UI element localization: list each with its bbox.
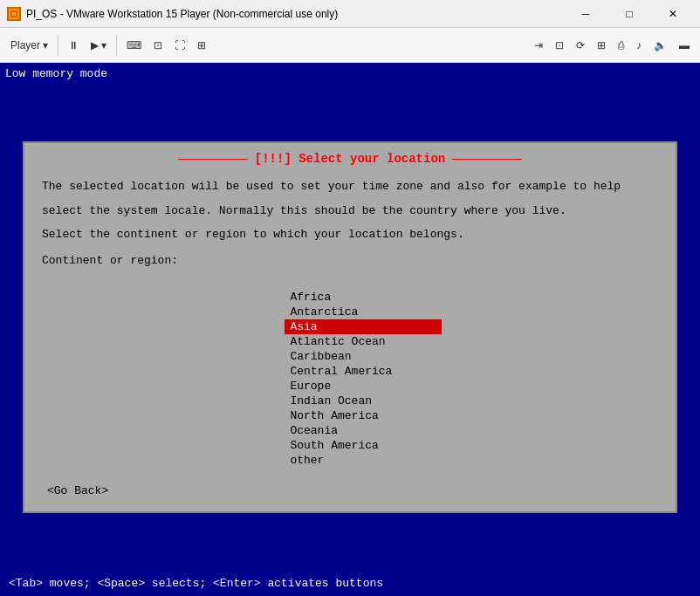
player-menu-button[interactable]: Player ▾ — [5, 32, 53, 58]
list-item[interactable]: Atlantic Ocean — [285, 334, 442, 349]
vm-settings-button[interactable]: ⊡ — [550, 32, 569, 58]
volume-button[interactable]: 🔈 — [649, 32, 672, 58]
snapshot-button[interactable]: ⟳ — [571, 32, 590, 58]
dialog-title-text: [!!!] Select your location — [255, 152, 445, 166]
toolbar-separator-2 — [116, 35, 117, 56]
print-icon: ⎙ — [618, 39, 624, 51]
svg-rect-3 — [12, 12, 16, 16]
play-dropdown-button[interactable]: ▶ ▾ — [86, 32, 112, 58]
chevron-down-icon: ▾ — [43, 39, 48, 51]
toolbar-separator-1 — [58, 35, 58, 56]
view-button[interactable]: ⊡ — [148, 32, 168, 58]
title-line-right — [452, 159, 522, 160]
volume-icon: 🔈 — [654, 39, 667, 51]
dropdown-arrow-icon: ▾ — [101, 39, 106, 51]
unity-icon: ⊞ — [197, 39, 206, 51]
unity-button[interactable]: ⊞ — [192, 32, 211, 58]
autofit-icon: ⊞ — [597, 39, 606, 51]
low-memory-text: Low memory mode — [5, 67, 107, 80]
autofit-button[interactable]: ⊞ — [592, 32, 611, 58]
list-item[interactable]: Oceania — [285, 423, 442, 438]
player-label: Player — [10, 39, 40, 51]
fullscreen-button[interactable]: ⛶ — [169, 32, 190, 58]
settings-icon: ⊡ — [555, 39, 564, 51]
app-icon — [7, 7, 21, 21]
close-button[interactable]: ✕ — [653, 0, 693, 28]
vm-status-bar-top: Low memory mode — [0, 63, 700, 84]
list-item-selected[interactable]: Asia — [285, 319, 442, 334]
audio-icon: ♪ — [636, 39, 642, 51]
description-line-2: select the system locale. Normally this … — [42, 202, 658, 220]
window-controls: ─ □ ✕ — [566, 0, 693, 28]
play-icon: ▶ — [91, 39, 99, 51]
list-item[interactable]: North America — [285, 408, 442, 423]
list-item[interactable]: Caribbean — [285, 349, 442, 364]
window-title: PI_OS - VMware Workstation 15 Player (No… — [26, 8, 566, 20]
usb-icon: ▬ — [679, 39, 690, 51]
send-ctrlaltdel-button[interactable]: ⌨ — [121, 32, 147, 58]
vm-display-area[interactable]: [!!!] Select your location The selected … — [0, 84, 700, 571]
pause-button[interactable]: ⏸ — [63, 32, 84, 58]
list-item[interactable]: South America — [285, 438, 442, 453]
continent-list: Africa Antarctica Asia Atlantic Ocean Ca… — [285, 290, 676, 468]
pause-icon: ⏸ — [68, 39, 79, 51]
network-icon: ⇥ — [534, 39, 543, 51]
continent-region-label: Continent or region: — [42, 252, 658, 270]
list-item[interactable]: Africa — [285, 290, 442, 305]
titlebar: PI_OS - VMware Workstation 15 Player (No… — [0, 0, 700, 28]
list-item[interactable]: Central America — [285, 364, 442, 379]
keyboard-hint-text: <Tab> moves; <Space> selects; <Enter> ac… — [9, 577, 383, 590]
snapshot-icon: ⟳ — [576, 39, 585, 51]
dialog-title-bar: [!!!] Select your location — [24, 152, 676, 166]
list-item[interactable]: Europe — [285, 379, 442, 394]
toolbar-right: ⇥ ⊡ ⟳ ⊞ ⎙ ♪ 🔈 ▬ — [529, 32, 695, 58]
toolbar: Player ▾ ⏸ ▶ ▾ ⌨ ⊡ ⛶ ⊞ ⇥ ⊡ ⟳ ⊞ ⎙ ♪ 🔈 ▬ — [0, 28, 700, 63]
location-dialog: [!!!] Select your location The selected … — [23, 141, 677, 513]
dialog-body: The selected location will be used to se… — [24, 173, 676, 290]
view-icon: ⊡ — [154, 39, 162, 51]
fullscreen-icon: ⛶ — [175, 39, 185, 51]
description-line-1: The selected location will be used to se… — [42, 178, 658, 195]
vm-status-bar-bottom: <Tab> moves; <Space> selects; <Enter> ac… — [0, 571, 700, 596]
audio-mute-button[interactable]: ♪ — [631, 32, 647, 58]
maximize-button[interactable]: □ — [609, 0, 649, 28]
title-line-left — [178, 159, 248, 160]
print-button[interactable]: ⎙ — [613, 32, 629, 58]
network-button[interactable]: ⇥ — [529, 32, 548, 58]
list-item[interactable]: Antarctica — [285, 305, 442, 319]
go-back-button[interactable]: <Go Back> — [42, 483, 113, 499]
list-item[interactable]: Indian Ocean — [285, 394, 442, 408]
instruction-text: Select the continent or region to which … — [42, 226, 658, 243]
removable-devices-button[interactable]: ▬ — [674, 32, 695, 58]
minimize-button[interactable]: ─ — [566, 0, 606, 28]
list-item[interactable]: other — [285, 453, 442, 468]
keyboard-icon: ⌨ — [127, 39, 141, 51]
